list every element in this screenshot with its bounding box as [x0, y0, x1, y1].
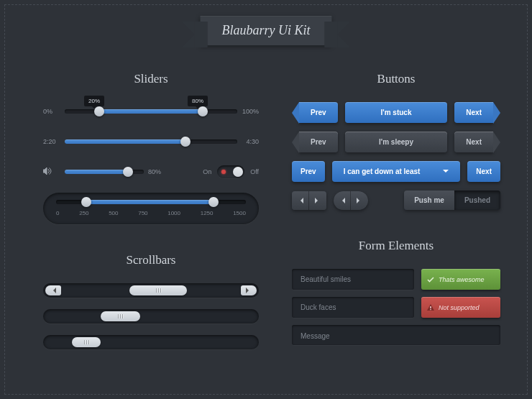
kit-title: Blaubarry Ui Kit — [221, 23, 310, 37]
slider2-left: 2:20 — [43, 138, 65, 145]
prev-button-dark[interactable]: Prev — [299, 132, 338, 152]
stuck-button[interactable]: I'm stuck — [345, 102, 448, 123]
slider-range[interactable]: 0% 20% 80% 100% — [43, 102, 259, 121]
slider2-knob[interactable] — [180, 137, 191, 147]
slider-ticks[interactable]: 0 250 500 750 1000 1250 1500 — [43, 193, 259, 224]
sliders-heading: Sliders — [43, 72, 259, 86]
slider1-knob-right[interactable]: 80% — [198, 106, 208, 116]
tag-success-label: Thats awesome — [439, 276, 485, 283]
slider4-knob-right[interactable] — [208, 197, 219, 207]
scroll1-right-arrow[interactable] — [241, 285, 257, 295]
pager-2 — [334, 191, 368, 210]
slider4-knob-left[interactable] — [81, 197, 91, 207]
svg-rect-0 — [430, 306, 431, 308]
tag-success: Thats awesome — [421, 269, 500, 290]
pager1-prev[interactable] — [292, 191, 309, 210]
scroll1-thumb[interactable] — [129, 285, 187, 295]
input-duck[interactable]: Duck faces — [292, 297, 414, 318]
sleepy-button[interactable]: I'm sleepy — [345, 132, 448, 152]
slider-time[interactable]: 2:20 4:30 — [43, 132, 259, 151]
warning-icon — [427, 304, 434, 311]
chevron-down-icon — [443, 170, 449, 175]
pager1-next[interactable] — [309, 191, 326, 210]
next-button-small[interactable]: Next — [467, 161, 500, 182]
tag-error-label: Not supported — [439, 304, 480, 311]
scroll3-thumb[interactable] — [72, 337, 101, 347]
scrollbars-heading: Scrollbars — [43, 253, 259, 267]
pager-1 — [292, 191, 326, 210]
volume-icon — [43, 168, 65, 176]
slider1-min: 0% — [43, 108, 65, 115]
buttons-heading: Buttons — [292, 72, 500, 86]
prev-button-small[interactable]: Prev — [292, 161, 325, 182]
pager2-prev[interactable] — [334, 191, 351, 210]
scrollbar-1[interactable] — [43, 283, 259, 298]
tag-error: Not supported — [421, 297, 500, 318]
slider2-right: 4:30 — [237, 138, 259, 145]
input-smiles[interactable]: Beautiful smiles — [292, 269, 414, 290]
push-me-button[interactable]: Push me — [404, 191, 454, 210]
slider3-value: 80% — [144, 168, 165, 175]
prev-button-blue[interactable]: Prev — [299, 102, 338, 123]
slider-volume-row: 80% On Off — [43, 162, 259, 181]
toggle-switch[interactable]: On Off — [203, 165, 259, 178]
scrollbar-3[interactable] — [43, 335, 259, 349]
next-button-dark[interactable]: Next — [454, 132, 493, 152]
toggle-knob[interactable] — [233, 167, 243, 177]
check-icon — [427, 276, 434, 283]
scrollbar-2[interactable] — [43, 309, 259, 324]
pushed-button[interactable]: Pushed — [454, 191, 500, 210]
slider1-tip-left: 20% — [84, 96, 104, 106]
dropdown-label: I can get down at least — [344, 168, 421, 175]
slider1-tip-right: 80% — [188, 96, 208, 106]
slider1-max: 100% — [237, 108, 259, 115]
title-ribbon: Blaubarry Ui Kit — [200, 16, 331, 45]
toggle-off-label: Off — [250, 168, 259, 175]
slider1-knob-left[interactable]: 20% — [94, 106, 104, 116]
slider3-track[interactable] — [65, 170, 144, 174]
pager2-next[interactable] — [351, 191, 368, 210]
slider4-ticks: 0 250 500 750 1000 1250 1500 — [56, 210, 246, 216]
toggle-on-label: On — [203, 168, 211, 175]
dropdown-button[interactable]: I can get down at least — [332, 161, 461, 182]
toggle-button-group: Push me Pushed — [404, 191, 500, 210]
scroll2-thumb[interactable] — [101, 311, 140, 321]
scroll1-left-arrow[interactable] — [45, 285, 61, 295]
form-heading: Form Elements — [292, 239, 500, 253]
slider2-track[interactable] — [65, 139, 237, 144]
slider3-knob[interactable] — [123, 167, 133, 177]
message-textarea[interactable]: Message — [292, 325, 500, 345]
svg-rect-1 — [430, 309, 431, 310]
next-button-blue[interactable]: Next — [454, 102, 493, 123]
slider1-track[interactable]: 20% 80% — [65, 109, 237, 114]
